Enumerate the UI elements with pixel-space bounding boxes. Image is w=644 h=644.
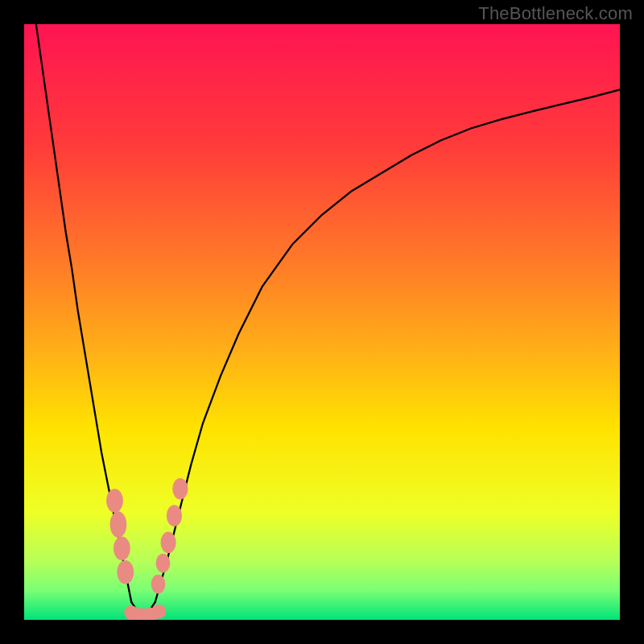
marker-floor-cluster bbox=[151, 605, 166, 619]
attribution-text: TheBottleneck.com bbox=[478, 3, 633, 24]
plot-svg bbox=[24, 24, 620, 620]
marker-right-cluster bbox=[156, 554, 171, 573]
chart-frame: TheBottleneck.com bbox=[0, 0, 644, 644]
marker-left-cluster bbox=[114, 536, 130, 560]
marker-right-cluster bbox=[160, 531, 175, 553]
marker-left-cluster bbox=[110, 511, 127, 538]
marker-left-cluster bbox=[117, 560, 134, 584]
marker-right-cluster bbox=[172, 478, 188, 500]
plot-area bbox=[24, 24, 620, 620]
marker-left-cluster bbox=[106, 489, 123, 513]
marker-right-cluster bbox=[167, 505, 182, 526]
marker-right-cluster bbox=[151, 575, 166, 594]
